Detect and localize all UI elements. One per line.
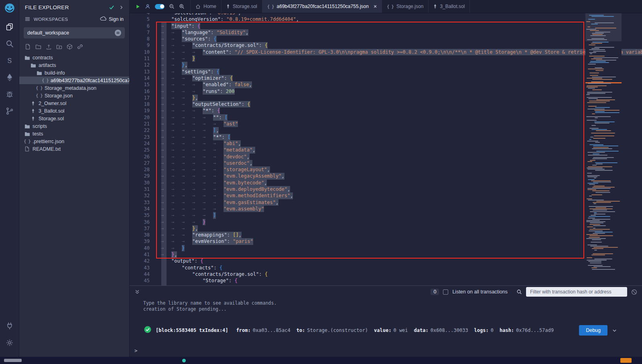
block-icon[interactable] [631, 289, 637, 295]
listen-checkbox[interactable] [443, 289, 448, 295]
upload-folder-icon[interactable] [56, 44, 62, 50]
code-line-31[interactable]: 31→→→→→→"evm.deployedBytecode", [130, 186, 642, 192]
code-line-34[interactable]: 34→→→→→→"evm.assembly" [130, 206, 642, 212]
code-line-22[interactable]: 22→→→→→], [130, 127, 642, 133]
code-line-9[interactable]: 9→→→"contracts/Storage.sol": { [130, 42, 642, 49]
code-line-16[interactable]: 16→→→→"runs": 200 [130, 88, 642, 95]
code-line-36[interactable]: 36→→→→} [130, 219, 642, 225]
code-line-17[interactable]: 17→→→}, [130, 95, 642, 101]
code-line-7[interactable]: 7→→"language": "Solidity", [130, 29, 642, 36]
code-editor[interactable]: 4→"solcVersion": "0.8.19",5→"solcLongVer… [130, 13, 642, 285]
tab-storage-sol[interactable]: Storage.sol [221, 0, 262, 13]
code-line-12[interactable]: 12→→}, [130, 62, 642, 68]
code-line-21[interactable]: 21→→→→→→"ast" [130, 121, 642, 127]
code-line-45[interactable]: 45→→→→"Storage": { [130, 277, 642, 284]
code-line-40[interactable]: 40→→} [130, 245, 642, 251]
terminal-prompt[interactable]: > [134, 348, 138, 354]
tree-item-readme-txt[interactable]: README.txt [19, 145, 129, 153]
scam-alerts-badge[interactable] [620, 358, 632, 363]
code-line-11[interactable]: 11→→→} [130, 55, 642, 62]
code-line-14[interactable]: 14→→→"optimizer": { [130, 75, 642, 81]
debugger-icon[interactable] [0, 86, 19, 103]
solidity-compiler-icon[interactable]: S [0, 52, 19, 69]
search-icon[interactable] [0, 35, 19, 52]
code-line-29[interactable]: 29→→→→→→"evm.legacyAssembly", [130, 173, 642, 179]
code-line-25[interactable]: 25→→→→→→"metadata", [130, 147, 642, 153]
debug-button[interactable]: Debug [579, 325, 607, 336]
tx-expand-chevron-icon[interactable] [612, 328, 617, 333]
toggle-on-icon[interactable] [155, 4, 165, 9]
code-line-15[interactable]: 15→→→→"enabled": false, [130, 81, 642, 88]
user-icon[interactable] [145, 4, 150, 9]
tree-item-storage-sol[interactable]: Storage.sol [19, 115, 129, 122]
remix-logo-icon[interactable] [3, 2, 16, 14]
code-line-26[interactable]: 26→→→→→→"devdoc", [130, 154, 642, 160]
tree-item-contracts[interactable]: contracts [19, 54, 129, 61]
zoom-out-icon[interactable] [169, 4, 175, 9]
plugin-manager-icon[interactable] [0, 317, 19, 334]
code-line-20[interactable]: 20→→→→→"": [ [130, 114, 642, 121]
tree-item-build-info[interactable]: build-info [19, 69, 129, 77]
code-line-38[interactable]: 38→→→"remappings": [], [130, 232, 642, 238]
workspace-options-icon[interactable] [115, 30, 121, 36]
tab-a69b43f277ba20fcac141151250ca755-json[interactable]: { }a69b43f277ba20fcac141151250ca755.json… [262, 0, 382, 13]
tab-storage-json[interactable]: { }Storage.json [382, 0, 429, 13]
close-icon[interactable]: × [374, 4, 377, 9]
minimap[interactable] [585, 13, 622, 285]
terminal-collapse-icon[interactable] [134, 289, 140, 295]
git-icon[interactable] [0, 103, 19, 119]
tree-item-tests[interactable]: tests [19, 130, 129, 138]
code-line-28[interactable]: 28→→→→→→"storageLayout", [130, 166, 642, 173]
settings-icon[interactable] [0, 334, 19, 351]
transaction-filter-input[interactable] [526, 287, 627, 297]
code-line-39[interactable]: 39→→→"evmVersion": "paris" [130, 238, 642, 245]
code-line-10[interactable]: 10→→→→"content": "// SPDX-License-Identi… [130, 49, 642, 55]
code-line-24[interactable]: 24→→→→→→"abi", [130, 140, 642, 147]
file-explorer-icon[interactable] [0, 18, 19, 35]
code-line-8[interactable]: 8→→"sources": { [130, 36, 642, 42]
minimap-viewport[interactable] [585, 13, 622, 41]
ipfs-icon[interactable] [67, 44, 73, 50]
code-line-6[interactable]: 6→"input": { [130, 23, 642, 29]
code-line-30[interactable]: 30→→→→→→"evm.bytecode", [130, 180, 642, 186]
code-line-37[interactable]: 37→→→}, [130, 225, 642, 232]
terminal-search-icon[interactable] [516, 289, 522, 295]
new-file-icon[interactable] [25, 44, 31, 50]
code-line-32[interactable]: 32→→→→→→"evm.methodIdentifiers", [130, 192, 642, 199]
tree-item-2-owner-sol[interactable]: 2_Owner.sol [19, 99, 129, 107]
chevron-right-icon[interactable] [119, 5, 124, 10]
tree-item-storage-metadata-json[interactable]: { }Storage_metadata.json [19, 84, 129, 92]
tree-item-a69b43f277ba20fcac141151250ca7[interactable]: { }a69b43f277ba20fcac141151250ca7... [19, 77, 129, 84]
tree-item-artifacts[interactable]: artifacts [19, 61, 129, 69]
code-line-19[interactable]: 19→→→→"*": { [130, 107, 642, 114]
new-folder-icon[interactable] [35, 44, 41, 50]
tree-item-storage-json[interactable]: { }Storage.json [19, 92, 129, 99]
tree-item-prettierrc-json[interactable]: { }.prettierrc.json [19, 138, 129, 145]
code-line-4[interactable]: 4→"solcVersion": "0.8.19", [130, 13, 642, 16]
code-line-27[interactable]: 27→→→→→→"userdoc", [130, 160, 642, 166]
sign-in-button[interactable]: Sign in [100, 16, 124, 22]
play-icon[interactable] [135, 4, 140, 9]
upload-file-icon[interactable] [46, 44, 52, 50]
tree-item-3-ballot-sol[interactable]: 3_Ballot.sol [19, 107, 129, 115]
link-icon[interactable] [77, 44, 83, 50]
zoom-in-icon[interactable] [179, 4, 185, 9]
code-line-35[interactable]: 35→→→→→] [130, 212, 642, 218]
code-line-43[interactable]: 43→→"contracts": { [130, 265, 642, 271]
terminal-body[interactable]: Type the library name to see available c… [130, 298, 642, 357]
code-line-5[interactable]: 5→"solcLongVersion": "0.8.19+commit.7dd6… [130, 16, 642, 22]
workspaces-menu-icon[interactable] [25, 17, 30, 21]
code-line-42[interactable]: 42→"output": { [130, 258, 642, 264]
tab-home[interactable]: Home [191, 0, 221, 13]
code-line-41[interactable]: 41→}, [130, 251, 642, 258]
code-line-18[interactable]: 18→→→"outputSelection": { [130, 101, 642, 107]
code-line-33[interactable]: 33→→→→→→"evm.gasEstimates", [130, 199, 642, 206]
transaction-row[interactable]: [block:5583405 txIndex:4]from:0xa03...85… [130, 323, 642, 338]
tree-item-scripts[interactable]: scripts [19, 122, 129, 130]
workspace-selector[interactable]: default_workspace [24, 27, 125, 38]
code-line-23[interactable]: 23→→→→→"*": [ [130, 134, 642, 140]
code-line-44[interactable]: 44→→→"contracts/Storage.sol": { [130, 271, 642, 277]
code-line-13[interactable]: 13→→"settings": { [130, 69, 642, 75]
tab-3-ballot-sol[interactable]: 3_Ballot.sol [429, 0, 470, 13]
deploy-run-icon[interactable] [0, 69, 19, 86]
